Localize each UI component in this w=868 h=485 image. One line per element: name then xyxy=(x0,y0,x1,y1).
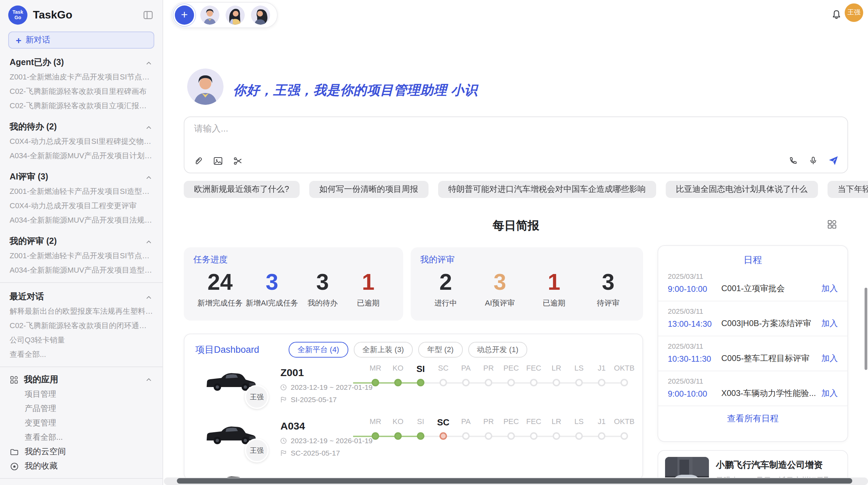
panel-toggle-icon[interactable] xyxy=(142,9,154,21)
sidebar-item[interactable]: A034-全新新能源MUV产品开发项目造型可行性评审 xyxy=(0,263,162,277)
join-link[interactable]: 加入 xyxy=(821,283,838,295)
daily-briefing-title: 每日简报 xyxy=(184,218,848,234)
project-owner-badge: 王强 xyxy=(245,385,269,409)
vertical-scrollbar-thumb[interactable] xyxy=(865,288,867,370)
sidebar-item[interactable]: Z001-全新燃油轻卡产品开发项目SI造型提交物评审 xyxy=(0,184,162,199)
sidebar-list: Agent已办 (3) Z001-全新燃油皮卡产品开发项目SI节点Lesson … xyxy=(0,55,162,485)
horizontal-scrollbar-thumb[interactable] xyxy=(177,478,852,484)
recent-chat-item[interactable]: 解释最新出台的欧盟报废车法规再生塑料比例被调至15%... xyxy=(0,304,162,319)
app-item-project[interactable]: 项目管理 xyxy=(0,387,162,401)
milestone-timeline: MR KO SI SC PA PR PEC FEC LR LS J1 OKTB xyxy=(364,364,638,398)
flag-icon xyxy=(280,396,287,403)
milestone-lr: LR xyxy=(545,417,568,440)
project-date-range: 2023-12-19 ~ 2027-01-19 xyxy=(280,383,373,391)
send-icon[interactable] xyxy=(828,155,839,166)
notification-bell-icon[interactable] xyxy=(830,8,843,21)
view-all-chats[interactable]: 查看全部... xyxy=(0,347,162,362)
filter-powertrain[interactable]: 动总开发 (1) xyxy=(468,342,527,358)
schedule-item: 2025/03/11 13:00-14:30 C003|H0B-方案冻结评审 加… xyxy=(658,301,847,336)
milestone-mr: MR xyxy=(364,417,387,440)
new-chat-button[interactable]: + 新对话 xyxy=(8,32,154,49)
attachment-paperclip-icon[interactable] xyxy=(193,156,204,166)
session-avatar-3[interactable] xyxy=(251,5,270,25)
chat-input[interactable] xyxy=(193,123,675,134)
stat-overdue: 1 已逾期 xyxy=(533,269,575,308)
microphone-icon[interactable] xyxy=(808,155,819,166)
schedule-meeting-title: C003|H0B-方案冻结评审 xyxy=(721,318,821,329)
my-review-card: 我的评审 2 进行中 3 AI预评审 1 已逾期 3 待评审 xyxy=(411,247,643,321)
sidebar-item-favorites[interactable]: 我的收藏 xyxy=(0,459,162,473)
insert-image-icon[interactable] xyxy=(213,156,224,166)
phone-call-icon[interactable] xyxy=(788,155,799,166)
sidebar-item[interactable]: C0X4-动力总成开发项目SI里程碑提交物检查 xyxy=(0,134,162,149)
suggestion-chip[interactable]: 如何写一份清晰的项目周报 xyxy=(309,181,428,198)
recent-chat-item[interactable]: C02-飞腾新能源轻客改款项目的闭环通告反馈情况 xyxy=(0,319,162,333)
section-my-todo[interactable]: 我的待办 (2) xyxy=(0,120,162,134)
logo-line1: Task xyxy=(13,10,23,15)
layout-grid-icon[interactable] xyxy=(827,219,837,229)
app-item-change[interactable]: 变更管理 xyxy=(0,416,162,430)
schedule-meeting-title: C005-整车工程目标评审 xyxy=(721,353,821,364)
milestone-fec: FEC xyxy=(522,417,545,440)
project-id: A034 xyxy=(280,420,305,432)
scissors-icon[interactable] xyxy=(232,156,243,166)
sidebar-item-ai-employee[interactable]: AI超级员工 xyxy=(0,484,162,485)
star-badge-icon xyxy=(10,461,19,471)
milestone-pr: PR xyxy=(477,417,500,440)
join-link[interactable]: 加入 xyxy=(821,318,838,329)
milestone-pec: PEC xyxy=(500,417,522,440)
section-my-review[interactable]: 我的评审 (2) xyxy=(0,234,162,249)
project-row-a034[interactable]: 王强 A034 2023-12-19 ~ 2026-01-19 SC-2025-… xyxy=(184,415,643,467)
greeting-text: 你好，王强，我是你的项目管理助理 小识 xyxy=(233,82,478,99)
view-all-apps[interactable]: 查看全部... xyxy=(0,430,162,445)
schedule-time: 9:00-10:00 xyxy=(668,284,721,294)
user-avatar[interactable]: 王强 xyxy=(845,3,863,22)
taskgo-app: Task Go TaskGo + 新对话 Agent已办 (3) Z001-全新… xyxy=(0,0,868,485)
join-link[interactable]: 加入 xyxy=(821,388,838,399)
suggestion-chip[interactable]: 欧洲新规最近颁布了什么? xyxy=(184,181,299,198)
add-session-button[interactable]: + xyxy=(175,5,194,25)
schedule-item: 2025/03/11 9:00-10:00 C001-立项审批会 加入 xyxy=(658,266,847,301)
milestone-sc-current: SC xyxy=(432,417,455,440)
card-title: 我的评审 xyxy=(420,254,634,266)
schedule-card: 日程 2025/03/11 9:00-10:00 C001-立项审批会 加入 2… xyxy=(658,245,848,442)
section-my-apps[interactable]: 我的应用 xyxy=(0,372,162,387)
join-link[interactable]: 加入 xyxy=(821,353,838,364)
view-all-schedule-link[interactable]: 查看所有日程 xyxy=(658,406,847,425)
chevron-up-icon xyxy=(145,123,153,131)
session-avatar-2[interactable] xyxy=(226,5,245,25)
schedule-date: 2025/03/11 xyxy=(668,377,838,385)
filter-all-new-platform[interactable]: 全新平台 (4) xyxy=(289,342,348,358)
project-flag-milestone: SI-2025-05-17 xyxy=(280,395,337,403)
input-right-icons xyxy=(788,155,839,166)
sidebar-item[interactable]: A034-全新新能源MUV产品开发项目法规符合性评审 xyxy=(0,213,162,227)
milestone-pec: PEC xyxy=(500,364,522,386)
sidebar-item[interactable]: C02-飞腾新能源轻客改款项目立项汇报方案 xyxy=(0,99,162,113)
section-agent-done[interactable]: Agent已办 (3) xyxy=(0,55,162,70)
suggestion-chip[interactable]: 当下年轻人对汽车外观有怎样的喜好趋势 xyxy=(827,181,868,198)
sidebar-item-cloud-space[interactable]: 我的云空间 xyxy=(0,445,162,459)
sidebar-item[interactable]: Z001-全新燃油皮卡产品开发项目SI节点Lesson Learn报告 xyxy=(0,70,162,84)
sidebar-item[interactable]: Z001-全新燃油轻卡产品开发项目SI节点属性5D文件评审 xyxy=(0,249,162,263)
suggestion-chip[interactable]: 特朗普可能对进口汽车增税会对中国车企造成哪些影响 xyxy=(438,181,656,198)
milestone-si-current: SI xyxy=(409,364,432,386)
app-title: TaskGo xyxy=(33,9,142,21)
milestone-oktb: OKTB xyxy=(613,364,636,386)
milestone-oktb: OKTB xyxy=(613,417,636,440)
session-avatars-bar: + xyxy=(171,2,278,28)
suggestion-chip[interactable]: 比亚迪全固态电池计划具体说了什么 xyxy=(665,181,818,198)
app-item-product[interactable]: 产品管理 xyxy=(0,401,162,416)
sidebar-item[interactable]: A034-全新新能源MUV产品开发项目计划变更表编写 xyxy=(0,149,162,163)
project-row-z001[interactable]: 王强 Z001 2023-12-19 ~ 2027-01-19 SI-2025-… xyxy=(184,362,643,414)
filter-year-model[interactable]: 年型 (2) xyxy=(418,342,462,358)
session-avatar-1[interactable] xyxy=(200,5,219,25)
schedule-time: 13:00-14:30 xyxy=(668,319,721,328)
user-initials: 王强 xyxy=(847,8,860,17)
sidebar-item[interactable]: C02-飞腾新能源轻客改款项目里程碑画布 xyxy=(0,84,162,99)
recent-chat-item[interactable]: 公司Q3轻卡销量 xyxy=(0,333,162,347)
section-ai-review[interactable]: AI评审 (3) xyxy=(0,170,162,184)
dashboard-header: 项目Dashboard 全新平台 (4) 全新上装 (3) 年型 (2) 动总开… xyxy=(184,334,642,358)
sidebar-item[interactable]: C0X4-动力总成开发项目工程变更评审 xyxy=(0,199,162,213)
schedule-date: 2025/03/11 xyxy=(668,342,838,350)
filter-new-body[interactable]: 全新上装 (3) xyxy=(353,342,413,358)
